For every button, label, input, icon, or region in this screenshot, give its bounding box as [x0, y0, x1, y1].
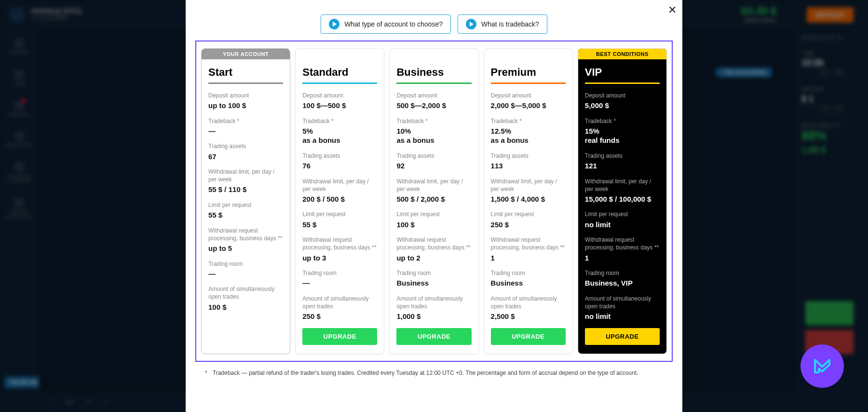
tier-card-premium: . Premium Deposit amount2,000 $—5,000 $ …	[484, 48, 573, 354]
upgrade-button-business[interactable]: UPGRADE	[396, 328, 471, 345]
tier-value: 1	[491, 253, 566, 263]
tier-label: Trading room	[208, 260, 283, 268]
brand-logo-icon	[810, 354, 834, 378]
tier-label: Limit per request	[396, 210, 471, 218]
tier-title: Standard	[302, 66, 377, 84]
tier-title: Business	[396, 66, 471, 84]
tier-label: Trading assets	[491, 152, 566, 160]
close-button[interactable]: ✕	[668, 4, 677, 16]
tier-value: 1,500 $ / 4,000 $	[491, 194, 566, 204]
tier-value-sub: as a bonus	[491, 136, 566, 145]
tier-label: Trading assets	[396, 152, 471, 160]
tier-label: Limit per request	[208, 201, 283, 209]
tier-value: 76	[302, 161, 377, 171]
tier-label: Withdrawal request processing, business …	[396, 236, 471, 251]
tier-label: Trading assets	[585, 152, 660, 160]
tier-value: 250 $	[491, 220, 566, 230]
tier-value: 12.5%	[491, 126, 566, 136]
tier-value: 55 $	[208, 210, 283, 220]
tier-label: Withdrawal limit, per day / per week	[585, 178, 660, 193]
tier-label: Tradeback *	[208, 117, 283, 125]
tier-label: Withdrawal request processing, business …	[491, 236, 566, 251]
tier-label: Deposit amount	[491, 92, 566, 99]
tier-label: Tradeback *	[302, 117, 377, 125]
tier-label: Amount of simultaneously open trades	[585, 295, 660, 310]
tier-value: —	[302, 278, 377, 288]
tier-value: 55 $	[302, 220, 377, 230]
tier-value-sub: as a bonus	[396, 136, 471, 145]
tier-value-sub: real funds	[585, 136, 660, 145]
tier-label: Trading assets	[208, 142, 283, 150]
tier-value-sub: as a bonus	[302, 136, 377, 145]
tier-label: Withdrawal request processing, business …	[585, 236, 660, 251]
tier-value: 10%	[396, 126, 471, 136]
tier-label: Deposit amount	[302, 92, 377, 99]
tier-label: Tradeback *	[585, 117, 660, 125]
tier-label: Amount of simultaneously open trades	[302, 295, 377, 310]
tier-value: up to 2	[396, 253, 471, 263]
tier-value: up to 3	[302, 253, 377, 263]
tier-value: 1	[585, 253, 660, 263]
tier-label: Withdrawal request processing, business …	[208, 227, 283, 242]
tier-label: Withdrawal limit, per day / per week	[302, 178, 377, 193]
tier-value: 500 $—2,000 $	[396, 101, 471, 110]
tier-label: Withdrawal request processing, business …	[302, 236, 377, 251]
tier-title: Premium	[491, 66, 566, 84]
tier-title: VIP	[585, 66, 660, 84]
what-account-label: What type of account to choose?	[344, 20, 443, 28]
tier-label: Trading room	[302, 269, 377, 277]
tier-label: Withdrawal limit, per day / per week	[491, 178, 566, 193]
what-tradeback-button[interactable]: What is tradeback?	[458, 14, 547, 34]
tier-label: Amount of simultaneously open trades	[208, 285, 283, 301]
what-account-button[interactable]: What type of account to choose?	[321, 14, 451, 34]
tier-value: Business	[491, 278, 566, 288]
tier-card-business: . Business Deposit amount500 $—2,000 $ T…	[389, 48, 478, 354]
tier-value: Business	[396, 278, 471, 288]
tier-label: Tradeback *	[396, 117, 471, 125]
tier-value: 92	[396, 161, 471, 171]
tier-label: Trading room	[585, 269, 660, 277]
play-icon	[466, 19, 476, 29]
tier-value: 15,000 $ / 100,000 $	[585, 194, 660, 204]
tier-value: 67	[208, 152, 283, 162]
tier-label: Deposit amount	[585, 92, 660, 99]
tier-value: up to 100 $	[208, 101, 283, 110]
footnote-1: Tradeback — partial refund of the trader…	[213, 370, 638, 376]
tier-value: 200 $ / 500 $	[302, 194, 377, 204]
tier-label: Tradeback *	[491, 117, 566, 125]
modal-top-buttons: What type of account to choose? What is …	[186, 0, 682, 41]
close-icon: ✕	[668, 4, 677, 16]
what-tradeback-label: What is tradeback?	[481, 20, 539, 28]
tier-card-vip: BEST CONDITIONS VIP Deposit amount5,000 …	[578, 48, 667, 354]
tier-value: no limit	[585, 220, 660, 230]
tier-label: Deposit amount	[396, 92, 471, 99]
tier-value: 250 $	[302, 312, 377, 321]
tier-value: 2,500 $	[491, 312, 566, 321]
tier-value: 5,000 $	[585, 101, 660, 110]
account-tiers-modal: ✕ What type of account to choose? What i…	[186, 0, 682, 412]
upgrade-button-vip[interactable]: UPGRADE	[585, 328, 660, 345]
tier-label: Trading room	[491, 269, 566, 277]
tier-value: —	[208, 269, 283, 279]
tier-value: 15%	[585, 126, 660, 136]
upgrade-button-standard[interactable]: UPGRADE	[302, 328, 377, 345]
tier-label: Limit per request	[585, 210, 660, 218]
tier-value: —	[208, 126, 283, 136]
tier-value: 2,000 $—5,000 $	[491, 101, 566, 110]
tier-value: 1,000 $	[396, 312, 471, 321]
tier-value: no limit	[585, 312, 660, 321]
tier-label: Amount of simultaneously open trades	[491, 295, 566, 310]
tiers-container: YOUR ACCOUNT Start Deposit amountup to 1…	[195, 41, 673, 362]
tier-label: Limit per request	[491, 210, 566, 218]
tier-value: 100 $—500 $	[302, 101, 377, 110]
tier-label: Amount of simultaneously open trades	[396, 295, 471, 310]
brand-badge-icon[interactable]	[800, 344, 844, 388]
footnotes: *Tradeback — partial refund of the trade…	[186, 369, 682, 387]
tier-value: Business, VIP	[585, 278, 660, 288]
tier-value: 55 $ / 110 $	[208, 185, 283, 194]
upgrade-button-premium[interactable]: UPGRADE	[491, 328, 566, 345]
tier-label: Limit per request	[302, 210, 377, 218]
tier-value: 5%	[302, 126, 377, 136]
tier-label: Deposit amount	[208, 92, 283, 99]
tier-value: 100 $	[396, 220, 471, 230]
